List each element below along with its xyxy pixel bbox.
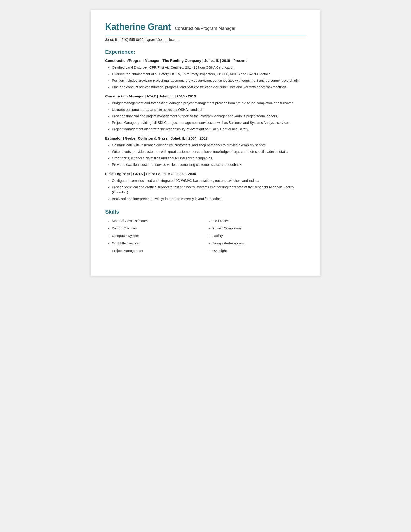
list-item: Certified Land Disturber, CPR/First Aid … — [112, 65, 306, 70]
candidate-name: Katherine Grant — [105, 22, 171, 32]
skills-heading: Skills — [105, 209, 306, 215]
job-2-bullets: Budget Management and forecasting Manage… — [112, 101, 306, 132]
experience-section: Experience: Construction/Program Manager… — [105, 49, 306, 201]
job-1: Construction/Program Manager | The Roofi… — [105, 58, 306, 90]
list-item: Project Completion — [212, 226, 306, 231]
list-item: Project Management — [112, 248, 206, 253]
job-4: Field Engineer | CRTS | Saint Louis, MO … — [105, 172, 306, 201]
list-item: Project Manager providing full SDLC proj… — [112, 120, 306, 125]
job-1-title: Construction/Program Manager | The Roofi… — [105, 58, 306, 63]
job-1-bullets: Certified Land Disturber, CPR/First Aid … — [112, 65, 306, 90]
list-item: Oversee the enforcement of all Safety, O… — [112, 72, 306, 77]
job-3: Estimator | Gerber Collision & Glass | J… — [105, 136, 306, 167]
list-item: Facility — [212, 233, 306, 238]
skills-left-list: Material Cost Estimates Design Changes C… — [112, 218, 206, 253]
candidate-title: Construction/Program Manager — [175, 26, 235, 31]
list-item: Computer System — [112, 233, 206, 238]
job-3-title: Estimator | Gerber Collision & Glass | J… — [105, 136, 306, 140]
skills-right-list: Bid Process Project Completion Facility … — [212, 218, 306, 253]
resume-page: Katherine Grant Construction/Program Man… — [91, 10, 320, 276]
job-4-title: Field Engineer | CRTS | Saint Louis, MO … — [105, 172, 306, 176]
list-item: Design Changes — [112, 226, 206, 231]
list-item: Bid Process — [212, 218, 306, 223]
job-4-bullets: Configured, commissioned and integrated … — [112, 178, 306, 201]
list-item: Position includes providing project mana… — [112, 78, 306, 83]
list-item: Design Professionals — [212, 241, 306, 246]
list-item: Provide technical and drafting support t… — [112, 185, 306, 195]
list-item: Oversight — [212, 248, 306, 253]
list-item: Provided financial and project managemen… — [112, 114, 306, 119]
list-item: Project Management along with the respon… — [112, 127, 306, 132]
list-item: Material Cost Estimates — [112, 218, 206, 223]
list-item: Provided excellent customer service whil… — [112, 162, 306, 167]
list-item: Upgrade equipment area ans site access t… — [112, 107, 306, 112]
header-divider — [105, 35, 306, 35]
job-3-bullets: Communicate with insurance companies, cu… — [112, 143, 306, 167]
skills-grid: Material Cost Estimates Design Changes C… — [105, 218, 306, 256]
job-2-title: Construction Manager | AT&T | Joliet, IL… — [105, 94, 306, 98]
skills-section: Skills Material Cost Estimates Design Ch… — [105, 209, 306, 256]
list-item: Write sheets, provide customers with gre… — [112, 149, 306, 154]
experience-heading: Experience: — [105, 49, 306, 55]
list-item: Order parts, reconcile claim files and f… — [112, 156, 306, 161]
skills-left-col: Material Cost Estimates Design Changes C… — [105, 218, 206, 256]
list-item: Cost Effectiveness — [112, 241, 206, 246]
job-2: Construction Manager | AT&T | Joliet, IL… — [105, 94, 306, 132]
list-item: Communicate with insurance companies, cu… — [112, 143, 306, 148]
list-item: Plan and conduct pre-construction, progr… — [112, 85, 306, 90]
name-line: Katherine Grant Construction/Program Man… — [105, 22, 306, 32]
skills-right-col: Bid Process Project Completion Facility … — [206, 218, 306, 256]
list-item: Configured, commissioned and integrated … — [112, 178, 306, 183]
list-item: Budget Management and forecasting Manage… — [112, 101, 306, 106]
contact-info: Joliet, IL | (540) 555-0622 | kgrant@exa… — [105, 38, 306, 42]
list-item: Analyzed and interpreted drawings in ord… — [112, 196, 306, 201]
header: Katherine Grant Construction/Program Man… — [105, 22, 306, 42]
